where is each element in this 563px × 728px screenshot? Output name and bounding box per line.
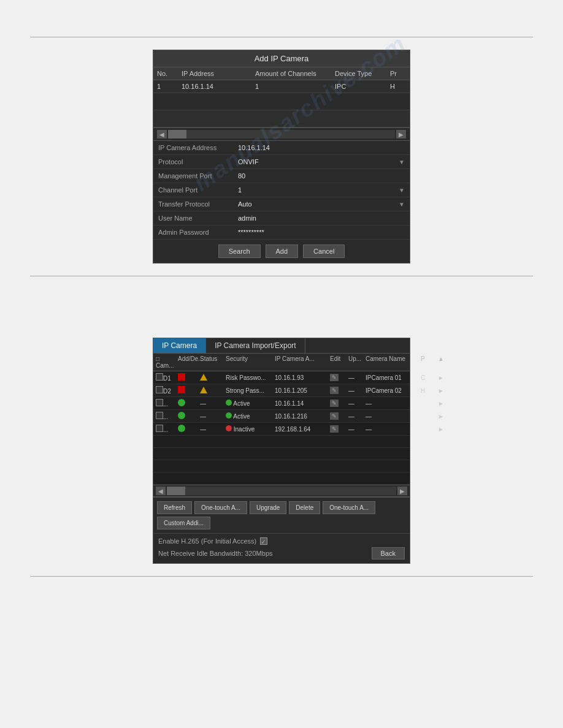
field-ip-address: IP Camera Address 10.16.1.14: [153, 141, 410, 155]
add-button[interactable]: Add: [266, 245, 299, 258]
delete-button[interactable]: Delete: [289, 501, 320, 514]
hdr-security: Security: [226, 355, 275, 369]
field-value-username[interactable]: admin: [238, 214, 405, 222]
empty-cam-row: [153, 460, 410, 472]
row1-checkbox[interactable]: [156, 373, 163, 381]
row4-arrow[interactable]: ►: [438, 413, 448, 420]
row1-edit[interactable]: ✎: [330, 374, 348, 381]
row1-cam: D1: [156, 373, 178, 382]
row3-status: —: [200, 400, 226, 407]
row1-edit-icon[interactable]: ✎: [330, 374, 339, 381]
scroll-bar[interactable]: ◀ ▶: [153, 127, 410, 141]
row1-up: —: [348, 374, 366, 381]
cell-channels: 1: [255, 83, 335, 90]
top-divider: [30, 37, 533, 37]
row4-add: [178, 412, 200, 420]
row1-p: C: [421, 374, 438, 381]
row4-security: Active: [226, 412, 275, 420]
field-username: User Name admin: [153, 211, 410, 226]
row2-checkbox[interactable]: [156, 386, 163, 393]
table-row: D1 Risk Passwo... 10.16.1.93 ✎ — IPCamer…: [153, 371, 410, 384]
row3-arrow[interactable]: ►: [438, 400, 448, 407]
protocol-dropdown-arrow[interactable]: ▼: [399, 159, 405, 165]
row3-green-icon: [178, 399, 185, 406]
panel-scroll-right[interactable]: ▶: [397, 487, 407, 495]
custom-addi-button[interactable]: Custom Addi...: [157, 517, 210, 529]
panel-scroll-track[interactable]: [167, 487, 396, 495]
row1-security: Risk Passwo...: [226, 374, 275, 381]
row5-up: —: [348, 426, 366, 433]
row3-edit[interactable]: ✎: [330, 400, 348, 407]
hdr-name: Camera Name: [366, 355, 421, 369]
row5-checkbox[interactable]: [156, 425, 163, 432]
row2-edit-icon[interactable]: ✎: [330, 387, 339, 394]
one-touch-a-button[interactable]: One-touch A...: [194, 501, 247, 514]
transfer-dropdown-arrow[interactable]: ▼: [399, 201, 405, 208]
search-button[interactable]: Search: [218, 245, 261, 258]
col-no: No.: [157, 70, 182, 77]
cell-device: IPC: [335, 83, 390, 90]
scroll-thumb[interactable]: [168, 130, 186, 138]
field-label-protocol: Protocol: [158, 158, 238, 165]
cell-no: 1: [157, 83, 182, 90]
row3-up: —: [348, 400, 366, 407]
row2-edit[interactable]: ✎: [330, 387, 348, 394]
add-ip-camera-dialog: Add IP Camera No. IP Address Amount of C…: [153, 50, 410, 264]
row4-ip: 10.16.1.216: [275, 413, 330, 420]
panel-scroll-left[interactable]: ◀: [156, 487, 166, 495]
table-row: ... — Active 10.16.1.216 ✎ — — ►: [153, 410, 410, 423]
row2-warn-icon: [200, 387, 207, 393]
hdr-up: Up...: [348, 355, 366, 369]
cell-pr: H: [390, 83, 415, 90]
row4-status: —: [200, 413, 226, 420]
row2-cam: D2: [156, 386, 178, 395]
row1-arrow[interactable]: ►: [438, 374, 448, 381]
row5-arrow[interactable]: ►: [438, 426, 448, 433]
tab-ip-camera[interactable]: IP Camera: [153, 338, 206, 353]
empty-cam-row: [153, 472, 410, 485]
row2-arrow[interactable]: ►: [438, 387, 448, 394]
panel-scroll-bar[interactable]: ◀ ▶: [153, 485, 410, 497]
dialog-title: Add IP Camera: [153, 50, 410, 67]
scroll-track[interactable]: [168, 130, 395, 138]
row3-edit-icon[interactable]: ✎: [330, 400, 339, 407]
field-label-transfer: Transfer Protocol: [158, 200, 238, 208]
refresh-button[interactable]: Refresh: [157, 501, 192, 514]
row1-ip: 10.16.1.93: [275, 374, 330, 381]
field-value-protocol[interactable]: ONVIF ▼: [238, 158, 405, 165]
cancel-button[interactable]: Cancel: [303, 245, 345, 258]
scroll-left[interactable]: ◀: [157, 130, 167, 138]
upgrade-button[interactable]: Upgrade: [250, 501, 286, 514]
table-row: 1 10.16.1.14 1 IPC H: [153, 80, 410, 93]
field-value-mgmt[interactable]: 80: [238, 172, 405, 180]
cell-ip: 10.16.1.14: [182, 83, 255, 90]
row5-edit-icon[interactable]: ✎: [330, 425, 339, 433]
row4-checkbox[interactable]: [156, 412, 163, 419]
row4-name: —: [366, 413, 421, 420]
tab-import-export[interactable]: IP Camera Import/Export: [206, 338, 305, 353]
row3-checkbox[interactable]: [156, 399, 163, 406]
field-protocol: Protocol ONVIF ▼: [153, 155, 410, 169]
row4-edit-icon[interactable]: ✎: [330, 412, 339, 420]
row4-edit[interactable]: ✎: [330, 412, 348, 420]
field-label-username: User Name: [158, 214, 238, 222]
enable-h265-checkbox[interactable]: ✓: [260, 537, 267, 545]
hdr-status: Status: [200, 355, 226, 369]
panel-scroll-thumb[interactable]: [167, 487, 185, 495]
row4-up: —: [348, 413, 366, 420]
field-value-password[interactable]: **********: [238, 229, 405, 236]
scroll-right[interactable]: ▶: [396, 130, 406, 138]
field-transfer: Transfer Protocol Auto ▼: [153, 197, 410, 211]
row5-status: —: [200, 426, 226, 433]
hdr-scroll: ▲: [438, 355, 448, 369]
one-touch-a2-button[interactable]: One-touch A...: [323, 501, 375, 514]
hdr-cam: □ Cam...: [156, 355, 178, 369]
row5-name: —: [366, 426, 421, 433]
row5-edit[interactable]: ✎: [330, 425, 348, 433]
field-value-channel[interactable]: 1 ▼: [238, 186, 405, 194]
back-button[interactable]: Back: [372, 547, 405, 559]
bottom-divider: [30, 576, 533, 577]
row5-inactive-dot: [226, 425, 232, 431]
field-value-transfer[interactable]: Auto ▼: [238, 200, 405, 208]
channel-dropdown-arrow[interactable]: ▼: [399, 187, 405, 194]
